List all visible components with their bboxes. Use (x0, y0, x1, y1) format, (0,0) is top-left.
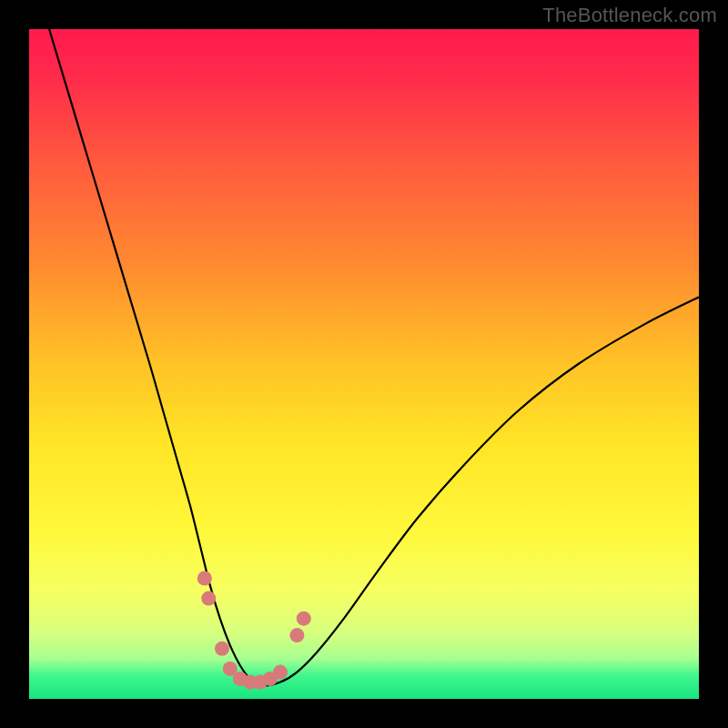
highlight-dot (273, 665, 288, 680)
bottleneck-chart (29, 29, 699, 699)
chart-frame: TheBottleneck.com (0, 0, 728, 728)
highlight-dot (289, 628, 304, 642)
plot-area (29, 29, 699, 699)
gradient-background (29, 29, 699, 699)
highlight-dot (201, 592, 216, 606)
watermark-text: TheBottleneck.com (542, 4, 717, 27)
highlight-dot (297, 612, 311, 626)
highlight-dot (197, 571, 212, 586)
highlight-dot (215, 642, 229, 656)
